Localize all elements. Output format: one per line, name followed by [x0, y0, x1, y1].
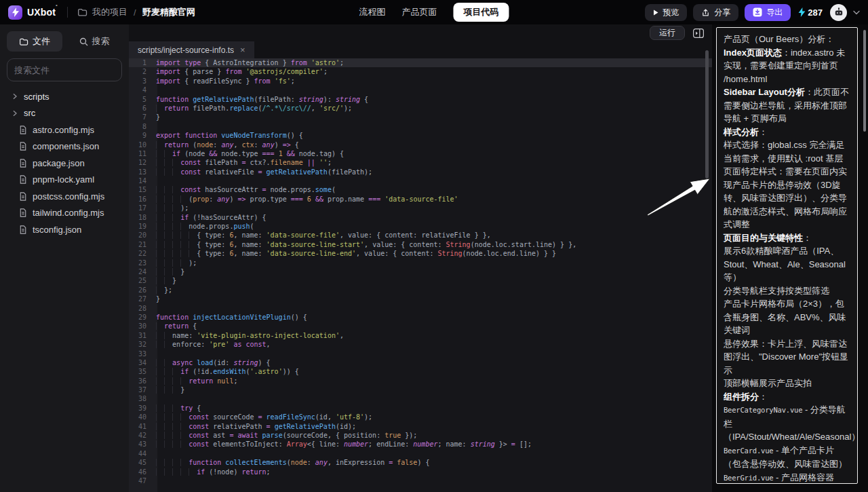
breadcrumb: 我的项目 / 野麦精酿官网 [77, 6, 195, 18]
code-line: 21 { type: 6, name: 'data-source-line-st… [129, 240, 712, 249]
code-text: } [152, 295, 160, 303]
download-icon [753, 7, 762, 17]
code-line: 29function injectLocationVitePlugin() { [129, 313, 712, 322]
code-line: 47 [129, 476, 712, 485]
breadcrumb-project[interactable]: 我的项目 [92, 6, 127, 18]
tab-files[interactable]: 文件 [7, 31, 62, 52]
code-area[interactable]: 1import type { AstroIntegration } from '… [129, 58, 712, 492]
code-text: if (!id.endsWith('.astro')) { [152, 367, 299, 376]
panel-paragraph: BeerGrid.vue - 产品网格容器 [724, 471, 850, 485]
line-number: 8 [129, 122, 152, 131]
topbar-actions: 预览 分享 导出 [645, 4, 860, 21]
nav-project-code[interactable]: 项目代码 [454, 3, 509, 22]
line-number: 3 [129, 77, 152, 86]
preview-button[interactable]: 预览 [645, 4, 687, 21]
code-text: const relativePath = getRelativePath(id)… [152, 422, 356, 431]
file-item[interactable]: postcss.config.mjs [0, 188, 129, 205]
code-line: 18 if (!hasSourceAttr) { [129, 213, 712, 222]
line-number: 17 [129, 204, 152, 212]
tab-search[interactable]: 搜索 [66, 31, 122, 52]
panel-paragraph: 产品卡片网格布局（2×3），包含瓶身图、名称、ABV%、风味关键词 [724, 297, 850, 337]
code-line: 2import { parse } from '@astrojs/compile… [129, 67, 712, 76]
topbar-divider [67, 7, 68, 18]
code-text: return filePath.replace(/^.*\/src\//, 's… [152, 104, 352, 113]
search-icon [79, 37, 88, 46]
line-number: 20 [129, 231, 152, 240]
line-number: 12 [129, 158, 152, 167]
panel-paragraph: 悬停效果：卡片上浮、风味雷达图浮出、"Discover More"按钮显示 [724, 337, 850, 377]
folder-item-src[interactable]: src [0, 105, 129, 122]
code-line: 46 if (!node) return; [129, 468, 712, 476]
file-icon [19, 192, 27, 201]
code-line: 8 [129, 122, 712, 131]
code-line: 3import { readFileSync } from 'fs'; [129, 77, 712, 86]
code-line: 20 { type: 6, name: 'data-source-file', … [129, 231, 712, 240]
line-number: 11 [129, 149, 152, 158]
file-item[interactable]: tailwind.config.mjs [0, 205, 129, 222]
center-nav: 流程图 产品页面 项目代码 [359, 0, 509, 24]
code-line: 12 const filePath = ctx?.filename || ''; [129, 158, 712, 167]
lightning-icon [798, 7, 806, 17]
file-item[interactable]: components.json [0, 138, 129, 155]
toggle-panel-icon[interactable] [693, 29, 704, 38]
file-sidebar: 文件 搜索 scriptssrcastro.config.mjscomponen… [0, 24, 129, 492]
code-text [152, 176, 156, 185]
line-number: 13 [129, 168, 152, 176]
project-folder-icon [77, 7, 87, 17]
editor-scrollbar[interactable] [705, 50, 709, 178]
code-line: 41 const relativePath = getRelativePath(… [129, 422, 712, 431]
line-number: 36 [129, 377, 152, 385]
analysis-zone: 产品页（Our Beers）分析：Index页面状态：index.astro 未… [712, 24, 868, 492]
code-line: 44 [129, 449, 712, 458]
app-logo[interactable]: UXbot˚ [8, 5, 58, 20]
file-name: postcss.config.mjs [33, 191, 104, 202]
code-text: const ast = await parse(sourceCode, { po… [152, 431, 417, 440]
file-item[interactable]: astro.config.mjs [0, 121, 129, 138]
code-text: export function vueNodeTransform() { [152, 131, 303, 140]
nav-product-pages[interactable]: 产品页面 [402, 6, 437, 18]
code-text: return null; [152, 377, 237, 385]
line-number: 45 [129, 458, 152, 467]
panel-scrollbar[interactable] [863, 30, 866, 132]
panel-paragraph: 样式分析： [724, 126, 850, 139]
panel-paragraph: BeerCard.vue - 单个产品卡片（包含悬停动效、风味雷达图） [724, 444, 850, 471]
sidebar-tabs: 文件 搜索 [0, 24, 129, 52]
folder-icon [19, 37, 28, 46]
code-line: 7} [129, 113, 712, 121]
code-editor[interactable]: 运行 scripts/inject-source-info.ts × 1impo… [129, 24, 712, 492]
chevron-right-icon [12, 110, 18, 117]
editor-tab[interactable]: scripts/inject-source-info.ts × [129, 41, 254, 58]
run-button[interactable]: 运行 [650, 26, 685, 40]
code-text: const sourceCode = readFileSync(id, 'utf… [152, 413, 372, 421]
line-number: 41 [129, 422, 152, 431]
nav-flowchart[interactable]: 流程图 [359, 6, 386, 18]
code-line: 27} [129, 295, 712, 303]
user-avatar[interactable] [830, 4, 847, 21]
panel-paragraph: 样式选择：global.css 完全满足当前需求，使用默认 :root 基层 [724, 138, 850, 165]
file-search-input[interactable] [14, 65, 134, 75]
code-text [152, 476, 156, 485]
export-button[interactable]: 导出 [745, 4, 791, 21]
close-tab-icon[interactable]: × [240, 45, 245, 55]
file-item[interactable]: pnpm-lock.yaml [0, 172, 129, 189]
chevron-down-icon[interactable] [853, 10, 860, 15]
code-line: 40 const sourceCode = readFileSync(id, '… [129, 413, 712, 421]
file-name: pnpm-lock.yaml [33, 174, 94, 185]
line-number: 18 [129, 213, 152, 222]
file-icon [19, 175, 27, 184]
code-text: if (!hasSourceAttr) { [152, 213, 267, 222]
code-line: 39 try { [129, 404, 712, 413]
code-line: 1import type { AstroIntegration } from '… [129, 58, 712, 67]
line-number: 15 [129, 185, 152, 194]
code-line: 31 name: 'vite-plugin-astro-inject-locat… [129, 331, 712, 340]
file-item[interactable]: tsconfig.json [0, 221, 129, 238]
code-text: } [152, 276, 176, 285]
credits-counter[interactable]: 287 [798, 7, 823, 18]
file-item[interactable]: package.json [0, 155, 129, 172]
folder-item-scripts[interactable]: scripts [0, 88, 129, 105]
share-button[interactable]: 分享 [693, 4, 738, 21]
code-line: 30 return { [129, 322, 712, 330]
code-text: return { [152, 322, 197, 330]
code-text [152, 122, 156, 131]
code-line: 22 { type: 6, name: 'data-source-line-en… [129, 249, 712, 258]
